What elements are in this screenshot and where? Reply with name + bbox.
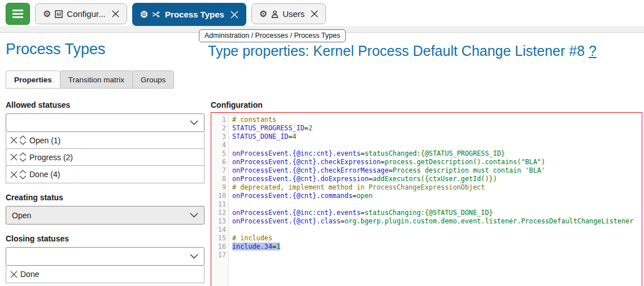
status-label: Done (4) bbox=[29, 170, 60, 179]
line-number-gutter: 1234567891011121314151617 bbox=[211, 113, 229, 286]
remove-icon[interactable] bbox=[10, 153, 18, 161]
tab-process-types[interactable]: ⚙ Process Types bbox=[132, 3, 246, 26]
allowed-statuses-list: Open (1) Progress (2) Done (4) bbox=[6, 132, 204, 183]
code-line[interactable]: # deprecated, implement method in Proces… bbox=[232, 183, 642, 192]
status-label: Done bbox=[20, 270, 39, 279]
code-line[interactable] bbox=[232, 200, 642, 209]
hamburger-icon bbox=[12, 10, 23, 18]
line-number: 4 bbox=[211, 141, 226, 149]
menu-button[interactable] bbox=[6, 3, 30, 25]
code-line[interactable] bbox=[232, 251, 642, 259]
chevron-down-icon bbox=[190, 213, 198, 218]
tab-users[interactable]: ⚙ Users bbox=[251, 3, 327, 24]
top-tab-bar: ⚙ Configur... ⚙ Process Types ⚙ Users bbox=[0, 0, 644, 26]
page-title: Process Types bbox=[6, 41, 106, 58]
line-number: 6 bbox=[211, 158, 226, 166]
line-number: 10 bbox=[211, 192, 226, 200]
code-line[interactable]: # includes bbox=[232, 234, 642, 243]
line-number: 8 bbox=[211, 175, 226, 183]
tab-label: Process Types bbox=[165, 10, 224, 19]
code-line[interactable]: # constants bbox=[232, 116, 642, 124]
chevron-down-icon bbox=[190, 254, 198, 259]
line-number: 14 bbox=[211, 226, 226, 234]
list-item[interactable]: Done bbox=[6, 266, 204, 283]
remove-icon[interactable] bbox=[10, 271, 18, 278]
breadcrumb-tooltip: Administration / Processes / Process Typ… bbox=[199, 29, 346, 42]
line-number: 3 bbox=[211, 133, 226, 141]
closing-statuses-label: Closing statuses bbox=[6, 234, 204, 243]
configuration-label: Configuration bbox=[211, 100, 263, 109]
shuffle-icon bbox=[152, 11, 161, 18]
remove-icon[interactable] bbox=[10, 137, 18, 144]
code-line[interactable]: onProcessEvent.{@cnt}.checkErrorMessage=… bbox=[232, 166, 642, 175]
tab-properties[interactable]: Properties bbox=[6, 71, 60, 89]
code-lines[interactable]: # constantsSTATUS_PROGRESS_ID=2STATUS_DO… bbox=[229, 113, 642, 286]
allowed-statuses-select[interactable] bbox=[6, 113, 204, 132]
closing-statuses-select[interactable] bbox=[6, 247, 204, 266]
close-icon[interactable] bbox=[311, 10, 318, 17]
list-item[interactable]: Done (4) bbox=[6, 166, 204, 183]
sort-icon[interactable] bbox=[19, 170, 27, 179]
closing-statuses-list: Done bbox=[6, 266, 204, 283]
line-number: 15 bbox=[211, 234, 226, 243]
line-number: 9 bbox=[211, 183, 226, 192]
code-line[interactable]: onProcessEvent.{@cnt}.doExpression=addEx… bbox=[232, 175, 642, 183]
help-link[interactable]: ? bbox=[589, 43, 597, 59]
creating-status-select[interactable]: Open bbox=[6, 206, 204, 225]
chevron-down-icon bbox=[190, 120, 198, 125]
tab-transition-matrix[interactable]: Transition matrix bbox=[60, 71, 133, 89]
code-line[interactable] bbox=[232, 226, 642, 234]
status-label: Open (1) bbox=[29, 136, 60, 145]
line-number: 13 bbox=[211, 217, 226, 226]
allowed-statuses-label: Allowed statuses bbox=[6, 100, 204, 109]
user-icon bbox=[271, 10, 279, 18]
tab-label: Configur... bbox=[67, 9, 105, 19]
type-properties-title: Type properties: Kernel Process Default … bbox=[208, 43, 597, 59]
configuration-editor[interactable]: 1234567891011121314151617 # constantsSTA… bbox=[211, 112, 642, 286]
line-number: 2 bbox=[211, 124, 226, 133]
properties-form: Allowed statuses Open (1) Progress (2) D… bbox=[6, 100, 204, 286]
gear-icon: ⚙ bbox=[43, 10, 51, 19]
line-number: 12 bbox=[211, 209, 226, 217]
line-number: 5 bbox=[211, 149, 226, 158]
line-number: 16 bbox=[211, 243, 226, 251]
close-icon[interactable] bbox=[112, 10, 119, 17]
gear-icon: ⚙ bbox=[140, 10, 148, 19]
line-number: 1 bbox=[211, 116, 226, 124]
remove-icon[interactable] bbox=[10, 171, 18, 178]
code-line[interactable]: onProcessEvent.{@inc:cnt}.events=statusC… bbox=[232, 149, 642, 158]
detail-tabs: Properties Transition matrix Groups bbox=[6, 71, 173, 89]
code-line[interactable] bbox=[232, 141, 642, 149]
sort-icon[interactable] bbox=[19, 135, 27, 145]
list-item[interactable]: Open (1) bbox=[6, 132, 204, 149]
code-line[interactable]: onProcessEvent.{@cnt}.checkExpression=pr… bbox=[232, 158, 642, 166]
selected-value: Open bbox=[12, 211, 31, 220]
gear-icon: ⚙ bbox=[259, 10, 267, 19]
code-line[interactable]: onProcessEvent.{@inc:cnt}.events=statusC… bbox=[232, 209, 642, 217]
tab-groups[interactable]: Groups bbox=[132, 71, 174, 89]
creating-status-label: Creating status bbox=[6, 193, 204, 202]
status-label: Progress (2) bbox=[29, 153, 73, 162]
close-icon[interactable] bbox=[230, 11, 238, 19]
line-number: 7 bbox=[211, 166, 226, 175]
configuration-icon bbox=[55, 10, 63, 18]
list-item[interactable]: Progress (2) bbox=[6, 149, 204, 166]
code-line[interactable]: STATUS_DONE_ID=4 bbox=[232, 133, 642, 141]
tab-label: Users bbox=[282, 9, 304, 19]
line-number: 17 bbox=[211, 251, 226, 259]
line-number: 11 bbox=[211, 200, 226, 209]
code-line[interactable]: onProcessEvent.{@cnt}.commands=open bbox=[232, 192, 642, 200]
sort-icon[interactable] bbox=[19, 152, 27, 162]
code-line[interactable]: include.34=1 bbox=[232, 243, 642, 251]
code-line[interactable]: STATUS_PROGRESS_ID=2 bbox=[232, 124, 642, 133]
code-line[interactable]: onProcessEvent.{@cnt}.class=org.bgerp.pl… bbox=[232, 217, 642, 226]
tab-configuration[interactable]: ⚙ Configur... bbox=[35, 3, 127, 24]
